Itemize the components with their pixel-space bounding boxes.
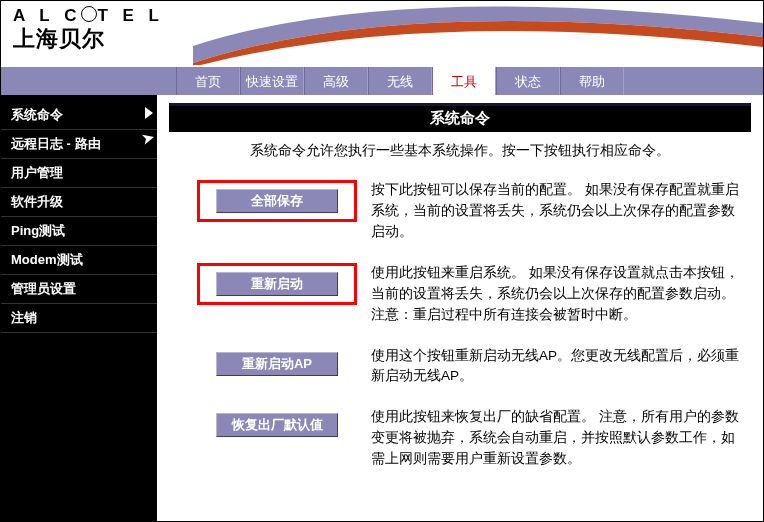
sidebar: 系统命令远程日志 - 路由用户管理软件升级Ping测试Modem测试管理员设置注… [1, 95, 157, 521]
command-desc-1: 使用此按钮来重启系统。 如果没有保存设置就点击本按钮，当前的设置将丢失，系统仍会… [357, 263, 745, 326]
command-row-3: 恢复出厂默认值使用此按钮来恢复出厂的缺省配置。 注意，所有用户的参数变更将被抛弃… [157, 399, 763, 482]
header: A L CT E L 上海贝尔 [1, 1, 763, 67]
command-row-0: 全部保存按下此按钮可以保存当前的配置。 如果没有保存配置就重启系统，当前的设置将… [157, 172, 763, 255]
button-wrap-0: 全部保存 [197, 180, 357, 222]
button-wrap-3: 恢复出厂默认值 [197, 407, 357, 437]
sidebar-item-2[interactable]: 用户管理 [1, 159, 157, 188]
command-button-0[interactable]: 全部保存 [216, 189, 338, 213]
tab-2[interactable]: 高级 [304, 67, 368, 95]
sidebar-item-0[interactable]: 系统命令 [1, 101, 157, 130]
tab-5[interactable]: 状态 [496, 67, 560, 95]
button-wrap-2: 重新启动AP [197, 346, 357, 376]
brand-bottom: 上海贝尔 [13, 24, 164, 54]
tab-6[interactable]: 帮助 [560, 67, 624, 95]
tab-0[interactable]: 首页 [176, 67, 240, 95]
command-desc-3: 使用此按钮来恢复出厂的缺省配置。 注意，所有用户的参数变更将被抛弃，系统会自动重… [357, 407, 745, 470]
sidebar-item-4[interactable]: Ping测试 [1, 217, 157, 246]
sidebar-item-6[interactable]: 管理员设置 [1, 275, 157, 304]
tab-3[interactable]: 无线 [368, 67, 432, 95]
command-button-3[interactable]: 恢复出厂默认值 [216, 413, 338, 437]
sidebar-item-1[interactable]: 远程日志 - 路由 [1, 130, 157, 159]
command-row-2: 重新启动AP使用这个按钮重新启动无线AP。您更改无线配置后，必须重新启动无线AP… [157, 338, 763, 400]
page-title: 系统命令 [169, 103, 751, 132]
command-desc-0: 按下此按钮可以保存当前的配置。 如果没有保存配置就重启系统，当前的设置将丢失，系… [357, 180, 745, 243]
brand-top: A L CT E L [13, 5, 164, 26]
content-area: 系统命令 系统命令允许您执行一些基本系统操作。按一下按钮执行相应命令。 全部保存… [157, 95, 763, 521]
sidebar-item-5[interactable]: Modem测试 [1, 246, 157, 275]
tab-4[interactable]: 工具 [432, 67, 496, 95]
tab-1[interactable]: 快速设置 [240, 67, 304, 95]
sidebar-item-7[interactable]: 注销 [1, 304, 157, 333]
sidebar-item-3[interactable]: 软件升级 [1, 188, 157, 217]
brand-logo: A L CT E L 上海贝尔 [13, 5, 164, 54]
button-wrap-1: 重新启动 [197, 263, 357, 305]
header-swoosh [193, 1, 763, 65]
command-row-1: 重新启动使用此按钮来重启系统。 如果没有保存设置就点击本按钮，当前的设置将丢失，… [157, 255, 763, 338]
command-button-1[interactable]: 重新启动 [216, 272, 338, 296]
command-desc-2: 使用这个按钮重新启动无线AP。您更改无线配置后，必须重新启动无线AP。 [357, 346, 745, 388]
command-button-2[interactable]: 重新启动AP [216, 352, 338, 376]
tab-bar: 首页快速设置高级无线工具状态帮助 [1, 67, 763, 95]
page-subtitle: 系统命令允许您执行一些基本系统操作。按一下按钮执行相应命令。 [157, 132, 763, 172]
